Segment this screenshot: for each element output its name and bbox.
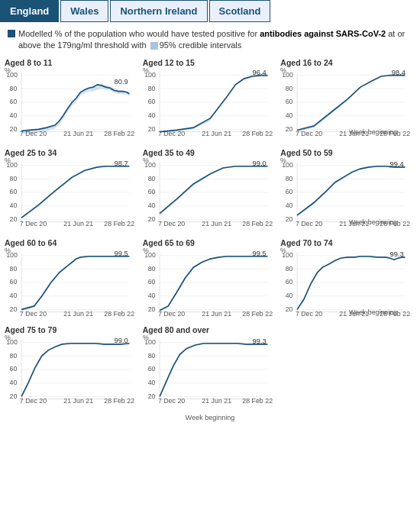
chart-aged-80-over: Aged 80 and over 100 80 60 40 20 % 99.3 … [143, 325, 278, 409]
svg-text:28 Feb 22: 28 Feb 22 [242, 130, 273, 137]
chart-svg-4: 100 80 60 40 20 % 99.0 7 Dec 20 21 Jun 2… [143, 158, 278, 227]
svg-marker-123 [21, 257, 129, 311]
svg-text:28 Feb 22: 28 Feb 22 [242, 310, 273, 317]
chart-svg-6: 100 80 60 40 20 % 99.5 7 Dec 20 21 Jun 2… [5, 248, 140, 317]
tab-northern-ireland[interactable]: Northern Ireland [110, 0, 207, 22]
svg-text:40: 40 [286, 292, 293, 299]
svg-text:20: 20 [10, 392, 18, 399]
svg-text:28 Feb 22: 28 Feb 22 [104, 310, 134, 317]
svg-text:28 Feb 22: 28 Feb 22 [242, 220, 273, 227]
tab-england[interactable]: England [0, 0, 59, 22]
week-beginning-label: Week beginning [186, 414, 234, 421]
charts-row-2: Aged 25 to 34 100 80 60 40 20 % 98.7 7 D… [0, 145, 420, 235]
svg-text:21 Jun 21: 21 Jun 21 [202, 220, 231, 227]
legend-square-blue [8, 30, 15, 37]
svg-text:80: 80 [10, 351, 18, 359]
svg-text:%: % [5, 158, 11, 164]
charts-row-4: Aged 75 to 79 100 80 60 40 20 % 99.0 7 D… [0, 325, 420, 412]
chart-aged-60-64: Aged 60 to 64 100 80 60 40 20 % 99.5 [5, 238, 140, 322]
chart-wrap-0: 100 80 60 40 20 % [5, 68, 140, 137]
svg-text:99.3: 99.3 [390, 250, 404, 258]
svg-text:40: 40 [10, 379, 18, 386]
svg-text:20: 20 [10, 124, 18, 132]
svg-text:%: % [5, 248, 11, 254]
svg-text:60: 60 [10, 188, 18, 195]
svg-text:60: 60 [147, 98, 155, 105]
chart-wrap-9: 100 80 60 40 20 % 99.0 7 Dec 20 21 Jun 2… [5, 335, 140, 404]
svg-marker-13 [21, 85, 129, 134]
description-text: Modelled % of the population who would h… [18, 28, 412, 52]
chart-svg-0: 100 80 60 40 20 % [5, 68, 140, 137]
svg-text:80: 80 [10, 84, 18, 92]
svg-text:60: 60 [286, 278, 293, 286]
svg-text:28 Feb 22: 28 Feb 22 [242, 397, 273, 404]
svg-text:7 Dec 20: 7 Dec 20 [20, 130, 47, 137]
svg-text:99.4: 99.4 [390, 160, 404, 168]
chart-title-3: Aged 25 to 34 [5, 148, 140, 157]
svg-text:80: 80 [147, 174, 155, 182]
svg-text:7 Dec 20: 7 Dec 20 [296, 220, 322, 227]
svg-text:20: 20 [286, 124, 293, 132]
svg-text:40: 40 [147, 111, 155, 119]
chart-wrap-5: 100 80 60 40 20 % 99.4 7 Dec 20 21 Jun 2… [280, 158, 415, 227]
chart-wrap-2: 100 80 60 40 20 % 98.4 7 Dec 20 21 Jun 2… [280, 68, 415, 137]
svg-text:40: 40 [10, 111, 18, 119]
charts-row-1: Aged 8 to 11 100 80 60 40 20 % [0, 55, 420, 145]
tab-scotland[interactable]: Scotland [209, 0, 271, 22]
chart-title-8: Aged 70 to 74 [280, 238, 415, 247]
chart-svg-1: 100 80 60 40 20 % 96.4 7 Dec 20 21 Jun 2… [143, 68, 278, 137]
chart-aged-70-74: Aged 70 to 74 100 80 60 40 20 % 99.3 [280, 238, 415, 322]
chart-svg-7: 100 80 60 40 20 % 99.5 7 Dec 20 21 Jun 2… [143, 248, 278, 317]
tab-wales[interactable]: Wales [60, 0, 108, 22]
week-beginning-footer: Week beginning [0, 412, 420, 426]
svg-text:20: 20 [10, 305, 18, 312]
svg-text:21 Jun 21: 21 Jun 21 [63, 130, 93, 137]
svg-text:40: 40 [147, 292, 155, 299]
svg-marker-178 [21, 344, 129, 399]
svg-text:%: % [143, 248, 149, 254]
svg-text:21 Jun 21: 21 Jun 21 [202, 397, 231, 404]
svg-text:%: % [280, 248, 286, 254]
svg-text:60: 60 [10, 365, 18, 373]
svg-text:%: % [5, 68, 11, 74]
svg-text:21 Jun 21: 21 Jun 21 [202, 130, 231, 137]
svg-text:Week beginning: Week beginning [349, 308, 397, 316]
svg-text:98.7: 98.7 [115, 159, 128, 166]
svg-text:7 Dec 20: 7 Dec 20 [20, 220, 47, 227]
chart-wrap-3: 100 80 60 40 20 % 98.7 7 Dec 20 21 Jun 2… [5, 158, 140, 227]
svg-text:80: 80 [286, 84, 293, 92]
chart-title-6: Aged 60 to 64 [5, 238, 140, 247]
chart-svg-5: 100 80 60 40 20 % 99.4 7 Dec 20 21 Jun 2… [280, 158, 415, 227]
chart-aged-35-49: Aged 35 to 49 100 80 60 40 20 % 99.0 7 D… [143, 148, 278, 232]
svg-text:%: % [143, 68, 149, 74]
svg-text:40: 40 [286, 202, 293, 209]
chart-title-0: Aged 8 to 11 [5, 58, 140, 67]
chart-aged-16-24: Aged 16 to 24 100 80 60 40 20 % 98.4 7 D… [280, 58, 415, 142]
svg-text:20: 20 [147, 305, 155, 312]
svg-text:7 Dec 20: 7 Dec 20 [296, 310, 322, 317]
svg-text:21 Jun 21: 21 Jun 21 [202, 310, 231, 317]
svg-text:%: % [5, 335, 11, 341]
chart-title-7: Aged 65 to 69 [143, 238, 278, 247]
svg-text:40: 40 [286, 111, 293, 119]
chart-description: Modelled % of the population who would h… [0, 22, 420, 55]
svg-text:7 Dec 20: 7 Dec 20 [20, 310, 47, 317]
svg-text:80: 80 [147, 84, 155, 92]
svg-text:Week beginning: Week beginning [349, 128, 397, 136]
chart-svg-2: 100 80 60 40 20 % 98.4 7 Dec 20 21 Jun 2… [280, 68, 415, 137]
svg-text:60: 60 [147, 278, 155, 286]
svg-text:60: 60 [147, 188, 155, 195]
chart-svg-8: 100 80 60 40 20 % 99.3 7 Dec 20 21 Jun 2… [280, 248, 415, 317]
svg-text:60: 60 [286, 98, 293, 105]
tab-bar: England Wales Northern Ireland Scotland [0, 0, 420, 22]
svg-text:99.5: 99.5 [115, 249, 128, 257]
chart-wrap-4: 100 80 60 40 20 % 99.0 7 Dec 20 21 Jun 2… [143, 158, 278, 227]
chart-title-9: Aged 75 to 79 [5, 325, 140, 334]
svg-text:7 Dec 20: 7 Dec 20 [20, 397, 47, 404]
chart-title-10: Aged 80 and over [143, 325, 278, 334]
svg-text:20: 20 [286, 215, 293, 222]
svg-marker-141 [160, 257, 267, 312]
svg-text:80: 80 [147, 264, 155, 272]
svg-text:60: 60 [147, 365, 155, 373]
svg-text:20: 20 [147, 392, 155, 399]
